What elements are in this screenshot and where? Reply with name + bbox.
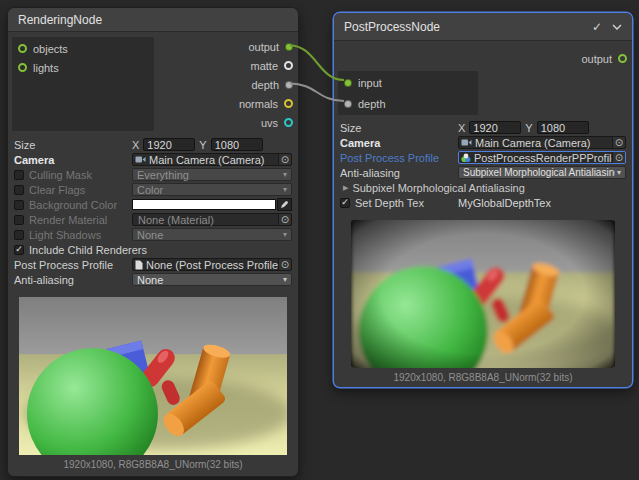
object-picker-icon[interactable]: ⊙ <box>612 137 625 148</box>
port-normals[interactable] <box>284 99 293 108</box>
post-process-profile-label: Post Process Profile <box>14 259 113 271</box>
light-shadows-dropdown[interactable]: None ▾ <box>132 228 292 241</box>
node-title: PostProcessNode <box>344 20 440 34</box>
port-label: depth <box>251 79 279 91</box>
output-ports-column: output matte depth normals uvs <box>239 37 298 132</box>
dropdown-arrow-icon: ▾ <box>283 275 287 284</box>
port-row-normals: normals <box>239 94 298 113</box>
postprocess-node-properties: Size X 1920 Y 1080 Camera Main Camera (C… <box>334 117 632 212</box>
rendering-node[interactable]: RenderingNode objects lights output <box>7 7 299 477</box>
size-x-axis-label: X <box>132 139 139 151</box>
port-row-depth: depth <box>239 75 298 94</box>
port-row-lights: lights <box>12 58 154 77</box>
preview-caption: 1920x1080, R8G8B8A8_UNorm(32 bits) <box>8 459 298 470</box>
set-depth-tex-row: ✓ Set Depth Tex MyGlobalDepthTex <box>340 195 626 210</box>
post-process-profile-value: PostProcessRenderPPProfile (Pos <box>474 152 612 164</box>
port-row-depth: depth <box>338 93 478 114</box>
include-child-renderers-label: Include Child Renderers <box>29 244 147 256</box>
port-depth[interactable] <box>344 100 352 108</box>
node-title: RenderingNode <box>18 13 102 27</box>
port-lights[interactable] <box>18 63 27 72</box>
check-icon: ✓ <box>15 245 23 254</box>
port-objects[interactable] <box>18 44 27 53</box>
smaa-foldout[interactable]: ▶ Subpixel Morphological Antialiasing <box>340 180 626 195</box>
rendering-node-header[interactable]: RenderingNode <box>8 8 298 32</box>
port-output[interactable] <box>618 54 627 63</box>
size-x-input[interactable]: 1920 <box>469 121 521 134</box>
camera-label: Camera <box>14 154 54 166</box>
set-depth-tex-checkbox[interactable]: ✓ <box>340 198 350 208</box>
port-matte[interactable] <box>284 61 293 70</box>
size-y-axis-label: Y <box>199 139 206 151</box>
size-y-axis-label: Y <box>525 122 532 134</box>
background-color-field[interactable] <box>132 198 292 211</box>
size-label: Size <box>340 122 361 134</box>
camera-label: Camera <box>340 137 380 149</box>
render-preview-image <box>19 297 287 455</box>
graph-canvas[interactable]: RenderingNode objects lights output <box>0 0 639 480</box>
render-material-value: None (Material) <box>138 214 278 226</box>
anti-aliasing-dropdown[interactable]: None ▾ <box>132 273 292 286</box>
rendering-node-properties: Size X 1920 Y 1080 Camera Main Camera (C… <box>8 134 298 289</box>
dropdown-arrow-icon: ▾ <box>617 168 621 177</box>
camera-object-field[interactable]: Main Camera (Camera) ⊙ <box>458 136 626 149</box>
port-output[interactable] <box>285 43 293 51</box>
post-process-profile-object-field[interactable]: PostProcessRenderPPProfile (Pos ⊙ <box>458 151 626 164</box>
culling-mask-dropdown[interactable]: Everything ▾ <box>132 168 292 181</box>
preview-caption: 1920x1080, R8G8B8A8_UNorm(32 bits) <box>334 372 632 383</box>
rendering-node-ports: objects lights output matte depth <box>8 32 298 134</box>
postprocess-node[interactable]: PostProcessNode ✓ input depth output <box>333 12 633 388</box>
port-input[interactable] <box>344 79 352 87</box>
render-material-label: Render Material <box>29 214 107 226</box>
collapse-chevron-icon[interactable] <box>612 24 622 30</box>
node-enabled-checkbox[interactable]: ✓ <box>592 21 602 33</box>
color-swatch[interactable] <box>132 199 276 210</box>
size-x-input[interactable]: 1920 <box>143 138 195 151</box>
document-icon <box>135 260 143 270</box>
post-process-profile-label[interactable]: Post Process Profile <box>340 152 439 164</box>
object-picker-icon[interactable]: ⊙ <box>612 152 625 163</box>
anti-aliasing-dropdown[interactable]: Subpixel Morphological Antialiasing ▾ <box>458 166 626 179</box>
include-child-renderers-row: ✓ Include Child Renderers <box>14 242 292 257</box>
post-process-profile-object-field[interactable]: None (Post Process Profile) ⊙ <box>132 258 292 271</box>
port-row-objects: objects <box>12 39 154 58</box>
port-label: normals <box>239 98 278 110</box>
size-label: Size <box>14 139 35 151</box>
object-picker-icon[interactable]: ⊙ <box>278 259 291 270</box>
size-y-input[interactable]: 1080 <box>537 121 589 134</box>
camera-row: Camera Main Camera (Camera) ⊙ <box>14 152 292 167</box>
camera-value: Main Camera (Camera) <box>149 154 278 166</box>
port-label: output <box>581 53 612 65</box>
output-ports-column: output <box>581 49 632 68</box>
dropdown-arrow-icon: ▾ <box>283 170 287 179</box>
port-depth[interactable] <box>285 81 293 89</box>
port-uvs[interactable] <box>284 118 293 127</box>
clear-flags-checkbox[interactable] <box>14 185 24 195</box>
postprocess-node-header[interactable]: PostProcessNode ✓ <box>334 13 632 41</box>
anti-aliasing-label: Anti-aliasing <box>14 274 74 286</box>
port-label: input <box>358 77 382 89</box>
render-material-object-field[interactable]: None (Material) ⊙ <box>132 213 292 226</box>
set-depth-tex-value[interactable]: MyGlobalDepthTex <box>458 197 551 209</box>
postprocess-node-ports: input depth output <box>334 41 632 117</box>
camera-object-field[interactable]: Main Camera (Camera) ⊙ <box>132 153 292 166</box>
light-shadows-checkbox[interactable] <box>14 230 24 240</box>
port-row-uvs: uvs <box>239 113 298 132</box>
object-picker-icon[interactable]: ⊙ <box>278 214 291 225</box>
camera-row: Camera Main Camera (Camera) ⊙ <box>340 135 626 150</box>
port-label: matte <box>250 60 278 72</box>
size-y-input[interactable]: 1080 <box>211 138 263 151</box>
object-picker-icon[interactable]: ⊙ <box>278 154 291 165</box>
light-shadows-row: Light Shadows None ▾ <box>14 227 292 242</box>
port-row-input: input <box>338 72 478 93</box>
input-ports-panel: objects lights <box>12 37 154 131</box>
port-label: output <box>248 41 279 53</box>
culling-mask-checkbox[interactable] <box>14 170 24 180</box>
render-material-checkbox[interactable] <box>14 215 24 225</box>
dropdown-arrow-icon: ▾ <box>283 230 287 239</box>
background-color-checkbox[interactable] <box>14 200 24 210</box>
postprocess-preview-image <box>351 220 615 368</box>
include-child-renderers-checkbox[interactable]: ✓ <box>14 245 24 255</box>
eyedropper-button[interactable] <box>277 198 292 211</box>
clear-flags-dropdown[interactable]: Color ▾ <box>132 183 292 196</box>
